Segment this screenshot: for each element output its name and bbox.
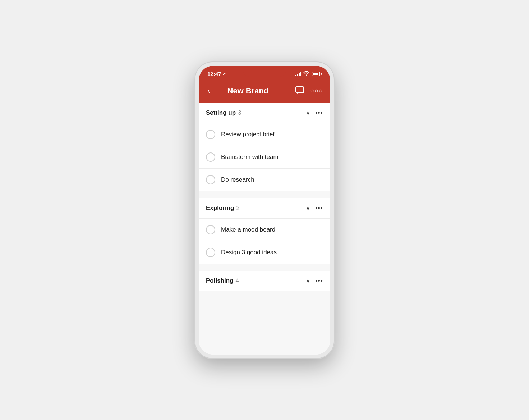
- task-item[interactable]: Design 3 good ideas: [199, 241, 330, 264]
- status-icons: [295, 71, 322, 77]
- section-count-setting-up: 3: [238, 109, 241, 117]
- task-label-4: Make a mood board: [221, 226, 275, 233]
- chevron-down-icon-exploring[interactable]: ∨: [306, 205, 310, 211]
- task-item[interactable]: Brainstorm with team: [199, 146, 330, 169]
- chevron-down-icon-polishing[interactable]: ∨: [306, 278, 310, 284]
- section-header-setting-up: Setting up 3 ∨ •••: [199, 103, 330, 123]
- chat-icon[interactable]: [295, 86, 304, 96]
- content-area: Setting up 3 ∨ ••• Review project brief …: [199, 103, 330, 355]
- section-title-exploring: Exploring: [206, 205, 234, 212]
- notch: [243, 66, 286, 77]
- task-checkbox-3[interactable]: [206, 175, 215, 184]
- phone-wrapper: 12:47 ↗: [194, 61, 335, 359]
- task-checkbox-4[interactable]: [206, 225, 215, 234]
- section-gap: [199, 194, 330, 198]
- task-item[interactable]: Do research: [199, 169, 330, 191]
- phone-screen: 12:47 ↗: [199, 66, 330, 355]
- status-bar: 12:47 ↗: [199, 66, 330, 81]
- task-checkbox-2[interactable]: [206, 152, 215, 162]
- section-header-exploring: Exploring 2 ∨ •••: [199, 198, 330, 219]
- nav-actions: ○○○: [295, 86, 323, 96]
- section-title-setting-up: Setting up: [206, 109, 236, 117]
- section-count-polishing: 4: [236, 277, 239, 284]
- more-options-exploring[interactable]: •••: [316, 205, 323, 211]
- chevron-down-icon-setting-up[interactable]: ∨: [306, 110, 310, 116]
- task-label-3: Do research: [221, 176, 254, 183]
- wifi-icon: [303, 71, 309, 77]
- more-options-setting-up[interactable]: •••: [316, 110, 323, 116]
- task-label-2: Brainstorm with team: [221, 154, 279, 161]
- location-icon: ↗: [222, 72, 226, 76]
- task-label-5: Design 3 good ideas: [221, 249, 277, 256]
- section-polishing: Polishing 4 ∨ •••: [199, 271, 330, 291]
- status-time: 12:47 ↗: [207, 71, 226, 77]
- task-item[interactable]: Make a mood board: [199, 219, 330, 241]
- signal-icon: [295, 72, 302, 76]
- section-exploring: Exploring 2 ∨ ••• Make a mood board Desi…: [199, 198, 330, 264]
- task-checkbox-1[interactable]: [206, 130, 215, 139]
- task-checkbox-5[interactable]: [206, 248, 215, 257]
- more-options-button[interactable]: ○○○: [310, 87, 323, 95]
- section-count-exploring: 2: [236, 205, 239, 212]
- section-title-polishing: Polishing: [206, 277, 234, 284]
- task-item[interactable]: Review project brief: [199, 123, 330, 146]
- svg-rect-0: [296, 87, 304, 92]
- more-options-polishing[interactable]: •••: [316, 278, 323, 284]
- section-setting-up: Setting up 3 ∨ ••• Review project brief …: [199, 103, 330, 191]
- page-title: New Brand: [201, 86, 295, 96]
- section-header-polishing: Polishing 4 ∨ •••: [199, 271, 330, 291]
- task-label-1: Review project brief: [221, 131, 275, 138]
- battery-icon: [312, 72, 322, 76]
- section-gap-2: [199, 266, 330, 271]
- nav-bar: ‹ New Brand ○○○: [199, 81, 330, 103]
